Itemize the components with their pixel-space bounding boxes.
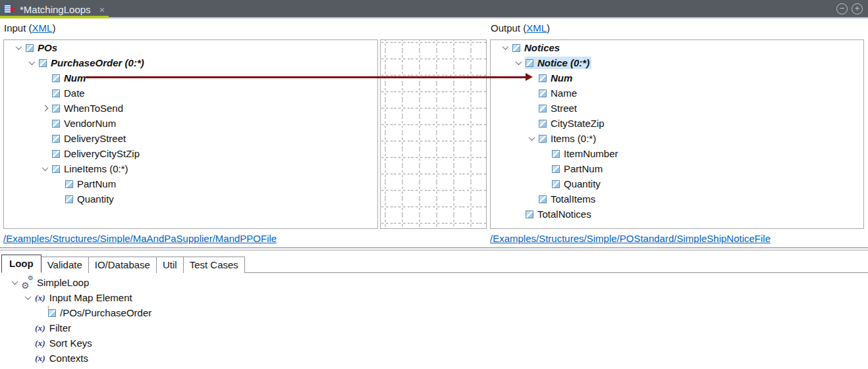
tree-row-items-0[interactable]: Items (0:*) bbox=[491, 131, 863, 146]
expression-icon: (x) bbox=[35, 293, 45, 303]
output-file-link[interactable]: /Examples/Structures/Simple/POStandard/S… bbox=[490, 233, 771, 244]
expander-slot bbox=[525, 136, 538, 141]
expression-icon: (x) bbox=[35, 353, 45, 364]
tree-row-name[interactable]: Name bbox=[491, 86, 863, 101]
chevron-right-icon[interactable] bbox=[41, 105, 48, 112]
tree-node-label: TotalItems bbox=[551, 193, 595, 205]
tree-node-label: /POs/PurchaseOrder bbox=[60, 307, 151, 318]
tree-node-label: ItemNumber bbox=[564, 148, 618, 159]
tree-node-label: CityStateZip bbox=[551, 118, 605, 129]
xml-element-icon bbox=[552, 165, 560, 173]
tree-row-lineitems-0[interactable]: LineItems (0:*) bbox=[4, 161, 377, 176]
node: PartNum bbox=[551, 162, 605, 175]
chevron-down-icon[interactable] bbox=[28, 59, 35, 65]
xml-element-icon bbox=[52, 165, 60, 173]
node: Quantity bbox=[551, 178, 603, 190]
tree-row-input-map-element[interactable]: (x)Input Map Element bbox=[0, 290, 868, 305]
xml-element-icon bbox=[52, 150, 60, 158]
properties-panel: LoopValidateIO/DatabaseUtilTest Cases ⚙⚙… bbox=[0, 255, 868, 366]
tree-row-deliverystreet[interactable]: DeliveryStreet bbox=[4, 131, 377, 146]
chevron-down-icon[interactable] bbox=[24, 293, 31, 300]
chevron-down-icon[interactable] bbox=[528, 134, 535, 141]
tree-row-quantity[interactable]: Quantity bbox=[491, 176, 863, 191]
tree-node-label: Name bbox=[551, 87, 577, 99]
loop-properties-tree: ⚙⚙SimpleLoop(x)Input Map Element↑/POs/Pu… bbox=[0, 273, 868, 366]
tab-io-database[interactable]: IO/Database bbox=[88, 257, 157, 273]
tree-node-label: DeliveryCityStZip bbox=[64, 148, 140, 159]
tree-row-contexts[interactable]: (x)Contexts bbox=[0, 351, 868, 366]
tree-row-whentosend[interactable]: WhenToSend bbox=[4, 101, 377, 116]
xml-element-icon bbox=[52, 135, 60, 143]
tree-row-deliverycitystzip[interactable]: DeliveryCityStZip bbox=[4, 146, 377, 161]
expand-circle-button[interactable]: + bbox=[852, 3, 863, 14]
tree-node-label: TotalNotices bbox=[537, 209, 591, 220]
tab-util[interactable]: Util bbox=[156, 257, 184, 273]
tree-row-pos[interactable]: POs bbox=[4, 40, 377, 55]
node: (x)Contexts bbox=[34, 352, 90, 364]
tree-row-date[interactable]: Date bbox=[4, 86, 377, 101]
input-header-text: Input ( bbox=[4, 22, 32, 34]
chevron-down-icon[interactable] bbox=[515, 59, 522, 65]
node: (x)Sort Keys bbox=[34, 337, 94, 349]
tree-row-num[interactable]: Num bbox=[491, 70, 863, 86]
tree-row-street[interactable]: Street bbox=[491, 101, 863, 116]
xml-element-icon bbox=[539, 105, 547, 112]
tree-node-label: DeliveryStreet bbox=[64, 133, 126, 144]
tab-test-cases[interactable]: Test Cases bbox=[183, 257, 245, 273]
tree-row-itemnumber[interactable]: ItemNumber bbox=[491, 146, 863, 161]
expander-slot bbox=[21, 295, 34, 300]
expander-slot bbox=[38, 106, 51, 111]
mapping-line[interactable] bbox=[86, 76, 526, 78]
xml-element-icon bbox=[539, 135, 547, 143]
tree-row-notice-0[interactable]: Notice (0:*) bbox=[491, 55, 863, 70]
tree-node-label: POs bbox=[38, 42, 57, 53]
collapse-circle-button[interactable]: − bbox=[836, 3, 848, 14]
input-xml-link[interactable]: XML bbox=[32, 22, 53, 34]
tree-node-label: Items (0:*) bbox=[551, 133, 596, 144]
node: WhenToSend bbox=[51, 102, 125, 114]
node: POs bbox=[25, 41, 59, 54]
tree-row-sort-keys[interactable]: (x)Sort Keys bbox=[0, 335, 868, 351]
tree-row-quantity[interactable]: Quantity bbox=[4, 191, 377, 207]
node: Notices bbox=[512, 41, 562, 54]
chevron-down-icon[interactable] bbox=[11, 278, 18, 285]
tree-node-label: Street bbox=[551, 103, 577, 114]
node: (x)Input Map Element bbox=[34, 291, 134, 304]
selected-node: Notice (0:*) bbox=[525, 57, 591, 69]
expression-icon: (x) bbox=[35, 338, 45, 349]
tree-row-partnum[interactable]: PartNum bbox=[491, 161, 863, 176]
expander-slot bbox=[8, 280, 21, 285]
node: Name bbox=[538, 87, 579, 99]
tree-row-totalnotices[interactable]: TotalNotices bbox=[491, 207, 863, 222]
tree-row-partnum[interactable]: PartNum bbox=[4, 176, 377, 191]
tree-node-label: Notices bbox=[524, 42, 560, 53]
xml-element-icon bbox=[552, 150, 560, 158]
input-file-link[interactable]: /Examples/Structures/Simple/MaAndPaSuppl… bbox=[3, 233, 277, 244]
chevron-down-icon[interactable] bbox=[41, 164, 48, 171]
tree-row-simpleloop[interactable]: ⚙⚙SimpleLoop bbox=[0, 275, 868, 290]
node: Street bbox=[538, 102, 579, 114]
tab-loop[interactable]: Loop bbox=[1, 255, 41, 273]
tree-row-notices[interactable]: Notices bbox=[491, 40, 863, 55]
close-tab-icon[interactable]: × bbox=[99, 4, 105, 15]
tree-row-purchaseorder-0[interactable]: PurchaseOrder (0:*) bbox=[4, 55, 377, 70]
tree-row-vendornum[interactable]: VendorNum bbox=[4, 116, 377, 131]
chevron-down-icon[interactable] bbox=[502, 43, 508, 50]
tree-node-label: VendorNum bbox=[64, 118, 116, 129]
tab-validate[interactable]: Validate bbox=[41, 257, 89, 273]
output-tree-panel: NoticesNotice (0:*)NumNameStreetCityStat… bbox=[490, 39, 864, 229]
mapping-canvas[interactable] bbox=[380, 39, 487, 229]
horizontal-splitter[interactable] bbox=[0, 247, 868, 251]
tree-row-pos-purchaseorder[interactable]: ↑/POs/PurchaseOrder bbox=[0, 305, 868, 320]
tree-row-filter[interactable]: (x)Filter bbox=[0, 320, 868, 335]
node: VendorNum bbox=[51, 117, 118, 130]
output-xml-link[interactable]: XML bbox=[526, 22, 547, 34]
expander-slot bbox=[499, 45, 512, 50]
input-header-close-paren: ) bbox=[52, 22, 55, 34]
mapper-area: Input (XML) Output (XML) POsPurchaseOrde… bbox=[0, 18, 868, 247]
tree-row-citystatezip[interactable]: CityStateZip bbox=[491, 116, 863, 131]
chevron-down-icon[interactable] bbox=[15, 43, 22, 50]
xml-element-icon bbox=[539, 120, 547, 128]
tree-row-totalitems[interactable]: TotalItems bbox=[491, 191, 863, 207]
tree-node-label: Filter bbox=[49, 322, 71, 333]
